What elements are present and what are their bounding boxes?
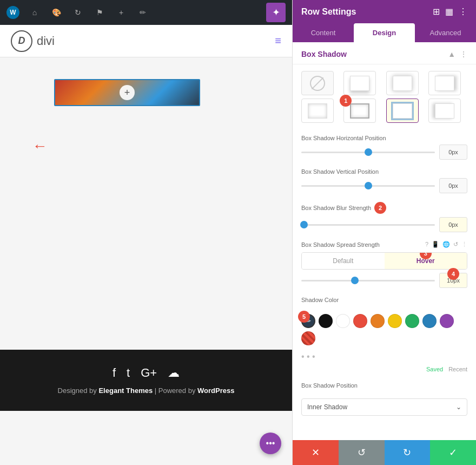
blur-label: Box Shadow Blur Strength 2 xyxy=(301,202,467,214)
shadow-preset-none[interactable] xyxy=(301,71,334,95)
select-chevron-icon: ⌄ xyxy=(456,403,461,411)
reset-icon[interactable]: ↺ xyxy=(453,241,458,248)
flag-icon[interactable]: ⚑ xyxy=(93,6,106,19)
more-icon[interactable]: ⋮ xyxy=(459,6,467,17)
panel-header: Row Settings ⊞ ▦ ⋮ xyxy=(293,0,476,23)
shadow-preset-left[interactable] xyxy=(428,99,461,123)
check-button[interactable]: ✓ xyxy=(430,440,476,465)
shadow-preset-selected[interactable] xyxy=(386,99,419,123)
right-panel: Row Settings ⊞ ▦ ⋮ Content Design Advanc… xyxy=(292,0,476,465)
shadow-preset-outline[interactable]: 1 xyxy=(343,99,376,123)
spread-value[interactable]: 4 10px xyxy=(439,273,467,288)
footer-area: f t G+ ☁ Designed by Elegant Themes | Po… xyxy=(0,350,292,411)
shadow-preset-all[interactable] xyxy=(386,71,419,95)
shadow-preset-inset-left[interactable] xyxy=(301,99,334,123)
horizontal-label: Box Shadow Horizontal Position xyxy=(301,135,467,141)
blur-strength-field: Box Shadow Blur Strength 2 0px xyxy=(293,197,476,235)
yellow-swatch[interactable] xyxy=(388,314,402,328)
redo-button[interactable]: ↻ xyxy=(385,440,431,465)
question-icon[interactable]: ? xyxy=(425,241,428,248)
palette-icon[interactable]: 🎨 xyxy=(50,6,63,19)
reset-button[interactable]: ↺ xyxy=(339,440,385,465)
shadow-preset-bottom[interactable] xyxy=(343,71,376,95)
green-swatch[interactable] xyxy=(405,314,419,328)
white-swatch[interactable] xyxy=(336,314,350,328)
divi-brand: divi xyxy=(37,34,55,48)
divi-header: D divi ≡ xyxy=(0,25,292,57)
section-title: Box Shadow xyxy=(301,50,448,58)
default-hover-toggle: Default 3 Hover xyxy=(301,252,467,270)
blur-value[interactable]: 0px xyxy=(439,217,467,232)
panel-header-icons: ⊞ ▦ ⋮ xyxy=(433,6,467,17)
horizontal-value[interactable]: 0px xyxy=(439,145,467,160)
shadow-presets: 1 xyxy=(293,64,476,129)
spread-strength-field: Box Shadow Spread Strength ? 📱 🌐 ↺ ⋮ Def… xyxy=(293,235,476,291)
arrow-indicator: → xyxy=(32,137,48,155)
color-label: Shadow Color xyxy=(301,297,467,303)
panel-body: Box Shadow ▲ ⋮ 1 xyxy=(293,42,476,440)
spread-slider-row: 4 10px xyxy=(301,273,467,288)
mobile-icon[interactable]: 📱 xyxy=(432,241,439,248)
hamburger-menu[interactable]: ≡ xyxy=(275,35,281,47)
facebook-icon[interactable]: f xyxy=(113,366,116,380)
red-swatch[interactable] xyxy=(353,314,367,328)
expand-icon[interactable]: ⊞ xyxy=(433,6,440,17)
field-more-icon[interactable]: ⋮ xyxy=(461,241,467,248)
spread-slider[interactable] xyxy=(301,275,435,286)
horizontal-slider-row: 0px xyxy=(301,145,467,160)
horizontal-slider[interactable] xyxy=(301,147,435,158)
tab-advanced[interactable]: Advanced xyxy=(415,23,476,42)
content-area: → + xyxy=(0,57,292,117)
vertical-value[interactable]: 0px xyxy=(439,178,467,193)
wp-icon[interactable]: W xyxy=(6,6,19,19)
blur-slider[interactable] xyxy=(301,219,435,230)
black-swatch[interactable] xyxy=(319,314,333,328)
shadow-color-field: Shadow Color xyxy=(293,291,476,310)
box-shadow-section: Box Shadow ▲ ⋮ xyxy=(293,42,476,64)
saved-label[interactable]: Saved xyxy=(426,366,443,372)
position-label: Box Shadow Position xyxy=(301,382,467,389)
rss-icon[interactable]: ☁ xyxy=(168,366,180,380)
spread-label-icons: ? 📱 🌐 ↺ ⋮ xyxy=(425,241,467,248)
pink-swatch[interactable] xyxy=(301,331,315,345)
footer-text: Designed by Elegant Themes | Powered by … xyxy=(11,387,281,395)
toolbar: W ⌂ 🎨 ↻ ⚑ + ✏ ✦ xyxy=(0,0,292,25)
divi-star-icon[interactable]: ✦ xyxy=(266,3,286,22)
pencil-icon[interactable]: ✏ xyxy=(136,6,149,19)
tab-content[interactable]: Content xyxy=(293,23,354,42)
add-row-button[interactable]: + xyxy=(120,85,135,100)
twitter-icon[interactable]: t xyxy=(127,366,130,380)
vertical-slider[interactable] xyxy=(301,180,435,191)
custom-color-swatch[interactable]: 5 ✏ xyxy=(301,314,315,328)
tab-design[interactable]: Design xyxy=(354,23,415,42)
hover-toggle-btn[interactable]: 3 Hover xyxy=(385,253,467,269)
section-more-icon[interactable]: ⋮ xyxy=(460,50,467,58)
columns-icon[interactable]: ▦ xyxy=(445,6,453,17)
spread-label: Box Shadow Spread Strength ? 📱 🌐 ↺ ⋮ xyxy=(301,241,467,248)
orange-swatch[interactable] xyxy=(371,314,385,328)
shadow-position-select[interactable]: Inner Shadow ⌄ xyxy=(301,398,467,416)
blur-slider-row: 0px xyxy=(301,217,467,232)
vertical-position-field: Box Shadow Vertical Position 0px xyxy=(293,163,476,197)
google-plus-icon[interactable]: G+ xyxy=(141,366,157,380)
default-toggle-btn[interactable]: Default xyxy=(302,253,385,269)
refresh-icon[interactable]: ↻ xyxy=(71,6,84,19)
plus-icon[interactable]: + xyxy=(115,6,128,19)
vertical-label: Box Shadow Vertical Position xyxy=(301,168,467,175)
collapse-icon[interactable]: ▲ xyxy=(448,50,455,58)
fab-button[interactable]: ••• xyxy=(260,433,281,454)
section-icons: ▲ ⋮ xyxy=(448,50,467,58)
color-swatches: 5 ✏ xyxy=(293,310,476,350)
close-button[interactable]: ✕ xyxy=(293,440,339,465)
shadow-position-field: Box Shadow Position xyxy=(293,377,476,395)
blue-swatch[interactable] xyxy=(422,314,437,328)
recent-label[interactable]: Recent xyxy=(448,366,467,372)
more-dots[interactable]: • • • xyxy=(293,350,476,364)
hover-globe-icon[interactable]: 🌐 xyxy=(442,241,450,248)
social-icons: f t G+ ☁ xyxy=(11,366,281,380)
purple-swatch[interactable] xyxy=(440,314,454,328)
shadow-preset-right[interactable] xyxy=(428,71,461,95)
panel-title: Row Settings xyxy=(301,7,433,17)
horizontal-position-field: Box Shadow Horizontal Position 0px xyxy=(293,129,476,163)
house-icon[interactable]: ⌂ xyxy=(28,6,41,19)
